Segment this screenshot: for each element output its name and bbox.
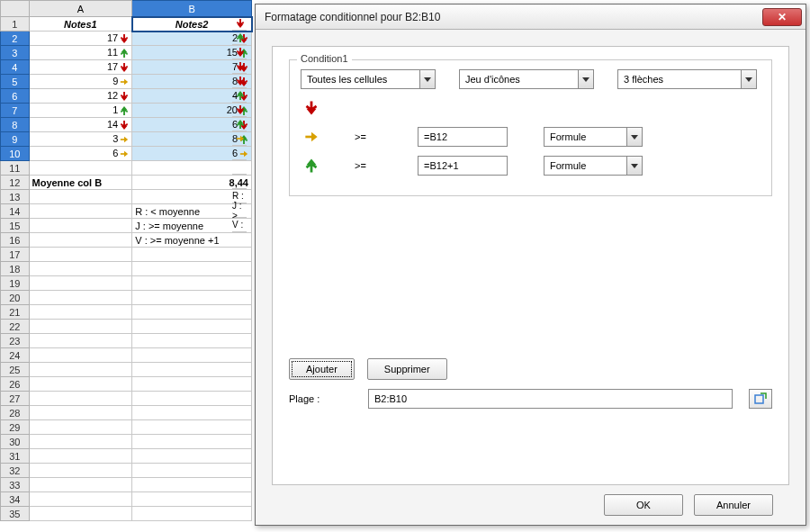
operator-label: >= xyxy=(355,131,382,142)
row-header[interactable]: 3 xyxy=(1,46,30,60)
chevron-down-icon[interactable] xyxy=(626,128,642,146)
arrow-down-icon xyxy=(236,47,245,58)
row-header[interactable]: 19 xyxy=(1,276,30,291)
row-header[interactable]: 28 xyxy=(1,406,30,420)
cell[interactable]: 6 xyxy=(29,147,132,161)
dialog-titlebar[interactable]: Formatage conditionnel pour B2:B10 ✕ xyxy=(256,5,806,30)
operator-label: >= xyxy=(355,160,382,171)
arrow-down-icon xyxy=(236,61,245,72)
combo-scope[interactable]: Toutes les cellules xyxy=(301,69,436,89)
row-header[interactable]: 9 xyxy=(1,132,30,147)
row-header[interactable]: 35 xyxy=(1,507,30,521)
arrow-down-icon xyxy=(236,76,245,86)
arrow-up-icon xyxy=(120,48,129,59)
row-header[interactable]: 21 xyxy=(1,305,30,320)
arrow-right-icon xyxy=(236,133,245,144)
combo-type-2[interactable]: Formule xyxy=(544,156,643,176)
arrow-down-icon xyxy=(236,18,245,29)
col-header-b[interactable]: B xyxy=(132,1,252,17)
combo-type-1[interactable]: Formule xyxy=(544,127,643,147)
arrow-down-icon xyxy=(236,104,245,115)
cell[interactable]: 1 xyxy=(29,104,132,118)
range-picker-icon xyxy=(754,392,767,405)
row-header[interactable]: 23 xyxy=(1,334,30,348)
arrow-right-icon xyxy=(120,77,129,87)
arrow-down-icon xyxy=(120,33,129,44)
row-header[interactable]: 24 xyxy=(1,348,30,363)
close-button[interactable]: ✕ xyxy=(762,8,802,26)
arrow-up-icon xyxy=(236,119,245,130)
row-header[interactable]: 4 xyxy=(1,60,30,75)
row-header[interactable]: 2 xyxy=(1,32,30,46)
combo-iconset[interactable]: 3 flèches xyxy=(617,69,757,89)
cell-legend-v[interactable]: V : >= moyenne +1 xyxy=(132,233,252,248)
arrow-right-icon xyxy=(120,134,129,145)
col-header-a[interactable]: A xyxy=(29,1,132,17)
chevron-down-icon[interactable] xyxy=(578,70,593,88)
range-label: Plage : xyxy=(289,393,352,404)
arrow-up-icon xyxy=(236,32,245,43)
chevron-down-icon[interactable] xyxy=(419,70,435,88)
cell[interactable]: 14 xyxy=(29,118,132,132)
cell[interactable]: 11 xyxy=(29,46,132,60)
arrow-up-icon xyxy=(120,105,129,116)
row-header[interactable]: 34 xyxy=(1,492,30,507)
range-input[interactable] xyxy=(368,389,733,409)
cell-avg-label[interactable]: Moyenne col B xyxy=(29,176,132,190)
row-header[interactable]: 12 xyxy=(1,176,30,190)
row-header[interactable]: 33 xyxy=(1,478,30,492)
combo-style[interactable]: Jeu d'icônes xyxy=(459,69,594,89)
cell-a1[interactable]: Notes1 xyxy=(29,17,132,32)
arrow-right-icon xyxy=(304,129,319,145)
condition-legend: Condition1 xyxy=(297,53,352,64)
row-header[interactable]: 31 xyxy=(1,449,30,464)
row-header[interactable]: 32 xyxy=(1,464,30,478)
cancel-button[interactable]: Annuler xyxy=(694,494,773,516)
conditional-format-dialog: Formatage conditionnel pour B2:B10 ✕ Con… xyxy=(255,4,806,526)
cell[interactable]: 9 xyxy=(29,75,132,89)
row-header[interactable]: 27 xyxy=(1,392,30,406)
threshold-input-2[interactable] xyxy=(418,156,508,176)
row-header[interactable]: 7 xyxy=(1,104,30,118)
arrow-down-icon xyxy=(120,62,129,73)
row-header[interactable]: 6 xyxy=(1,89,30,104)
shrink-button[interactable] xyxy=(749,389,772,409)
condition-group: Condition1 Toutes les cellules Jeu d'icô… xyxy=(289,59,772,196)
extra-icon-column: R :J : >V : xyxy=(232,16,247,232)
add-button[interactable]: Ajouter xyxy=(289,358,355,380)
row-header[interactable]: 10 xyxy=(1,147,30,161)
row-header[interactable]: 22 xyxy=(1,320,30,334)
row-header[interactable]: 20 xyxy=(1,291,30,305)
row-header[interactable]: 5 xyxy=(1,75,30,89)
arrow-down-icon xyxy=(304,100,319,116)
row-header[interactable]: 1 xyxy=(1,17,30,32)
row-header[interactable]: 17 xyxy=(1,248,30,262)
dialog-title: Formatage conditionnel pour B2:B10 xyxy=(265,11,440,23)
row-header[interactable]: 25 xyxy=(1,363,30,377)
row-header[interactable]: 11 xyxy=(1,161,30,176)
threshold-input-1[interactable] xyxy=(418,127,508,147)
row-header[interactable]: 29 xyxy=(1,420,30,435)
chevron-down-icon[interactable] xyxy=(626,157,642,175)
svg-rect-0 xyxy=(755,395,763,403)
chevron-down-icon[interactable] xyxy=(741,70,756,88)
row-header[interactable]: 18 xyxy=(1,262,30,276)
spreadsheet[interactable]: A B 1 Notes1 Notes2 2 17 23 11 154 17 75… xyxy=(0,0,252,521)
row-header[interactable]: 30 xyxy=(1,435,30,449)
arrow-right-icon xyxy=(120,149,129,159)
row-header[interactable]: 8 xyxy=(1,118,30,132)
arrow-down-icon xyxy=(120,120,129,131)
arrow-up-icon xyxy=(236,90,245,101)
arrow-up-icon xyxy=(304,158,319,174)
arrow-down-icon xyxy=(120,91,129,102)
row-header[interactable]: 26 xyxy=(1,377,30,392)
cell[interactable]: 17 xyxy=(29,32,132,46)
corner-cell[interactable] xyxy=(1,1,30,17)
cell[interactable]: 17 xyxy=(29,60,132,75)
cell[interactable]: 12 xyxy=(29,89,132,104)
delete-button[interactable]: Supprimer xyxy=(367,358,447,380)
cell[interactable]: 3 xyxy=(29,132,132,147)
ok-button[interactable]: OK xyxy=(604,494,683,516)
